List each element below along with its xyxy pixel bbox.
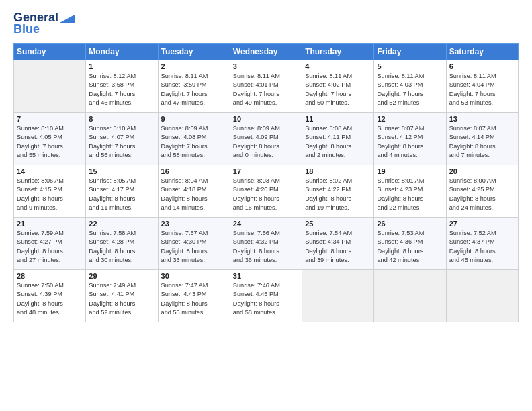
day-info: Sunrise: 8:00 AM Sunset: 4:25 PM Dayligh… [449, 177, 515, 212]
day-number: 30 [161, 272, 227, 280]
calendar-cell: 21Sunrise: 7:59 AM Sunset: 4:27 PM Dayli… [14, 218, 86, 270]
calendar-table: SundayMondayTuesdayWednesdayThursdayFrid… [13, 43, 519, 322]
day-info: Sunrise: 7:56 AM Sunset: 4:32 PM Dayligh… [233, 229, 299, 265]
weekday-header: Wednesday [230, 44, 302, 60]
day-info: Sunrise: 8:01 AM Sunset: 4:23 PM Dayligh… [377, 177, 443, 212]
day-number: 24 [233, 220, 299, 228]
day-number: 11 [305, 115, 371, 123]
day-number: 7 [17, 115, 83, 123]
day-number: 5 [377, 62, 443, 71]
calendar-cell: 3Sunrise: 8:11 AM Sunset: 4:01 PM Daylig… [230, 60, 302, 113]
day-info: Sunrise: 8:06 AM Sunset: 4:15 PM Dayligh… [17, 177, 83, 212]
weekday-header: Thursday [302, 44, 374, 60]
calendar-cell: 13Sunrise: 8:07 AM Sunset: 4:14 PM Dayli… [446, 113, 518, 165]
calendar-cell: 7Sunrise: 8:10 AM Sunset: 4:05 PM Daylig… [14, 113, 86, 165]
day-info: Sunrise: 8:03 AM Sunset: 4:20 PM Dayligh… [233, 177, 299, 212]
calendar-cell [374, 270, 446, 322]
day-number: 28 [17, 272, 83, 280]
day-info: Sunrise: 8:04 AM Sunset: 4:18 PM Dayligh… [161, 177, 227, 212]
calendar-cell: 28Sunrise: 7:50 AM Sunset: 4:39 PM Dayli… [14, 270, 86, 322]
day-number: 10 [233, 115, 299, 123]
calendar-cell: 16Sunrise: 8:04 AM Sunset: 4:18 PM Dayli… [158, 165, 230, 218]
day-number: 4 [305, 62, 371, 71]
day-number: 18 [305, 167, 371, 175]
logo-icon [60, 12, 75, 23]
calendar-body: 1Sunrise: 8:12 AM Sunset: 3:58 PM Daylig… [14, 60, 519, 322]
calendar-cell: 17Sunrise: 8:03 AM Sunset: 4:20 PM Dayli… [230, 165, 302, 218]
day-number: 20 [449, 167, 515, 175]
day-info: Sunrise: 8:10 AM Sunset: 4:05 PM Dayligh… [17, 124, 83, 160]
calendar-week-row: 1Sunrise: 8:12 AM Sunset: 3:58 PM Daylig… [14, 60, 519, 113]
day-info: Sunrise: 8:11 AM Sunset: 4:02 PM Dayligh… [305, 72, 371, 107]
day-number: 15 [89, 167, 154, 175]
calendar-cell: 18Sunrise: 8:02 AM Sunset: 4:22 PM Dayli… [302, 165, 374, 218]
calendar-cell [446, 270, 518, 322]
day-number: 9 [161, 115, 227, 123]
weekday-header: Saturday [446, 44, 518, 60]
calendar-cell: 29Sunrise: 7:49 AM Sunset: 4:41 PM Dayli… [86, 270, 158, 322]
day-info: Sunrise: 8:11 AM Sunset: 4:03 PM Dayligh… [377, 72, 443, 107]
calendar-cell: 4Sunrise: 8:11 AM Sunset: 4:02 PM Daylig… [302, 60, 374, 113]
day-number: 3 [233, 62, 299, 71]
day-number: 22 [89, 220, 154, 228]
calendar-cell: 2Sunrise: 8:11 AM Sunset: 3:59 PM Daylig… [158, 60, 230, 113]
calendar-week-row: 21Sunrise: 7:59 AM Sunset: 4:27 PM Dayli… [14, 218, 519, 270]
calendar-cell: 19Sunrise: 8:01 AM Sunset: 4:23 PM Dayli… [374, 165, 446, 218]
day-info: Sunrise: 7:49 AM Sunset: 4:41 PM Dayligh… [89, 281, 154, 317]
calendar-cell: 25Sunrise: 7:54 AM Sunset: 4:34 PM Dayli… [302, 218, 374, 270]
day-info: Sunrise: 8:07 AM Sunset: 4:12 PM Dayligh… [377, 124, 443, 160]
calendar-cell: 1Sunrise: 8:12 AM Sunset: 3:58 PM Daylig… [86, 60, 158, 113]
calendar-header-row: SundayMondayTuesdayWednesdayThursdayFrid… [14, 44, 519, 60]
svg-marker-0 [60, 15, 75, 23]
calendar-cell: 27Sunrise: 7:52 AM Sunset: 4:37 PM Dayli… [446, 218, 518, 270]
calendar-page: General Blue SundayMondayTuesdayWednesda… [0, 0, 532, 411]
calendar-cell: 31Sunrise: 7:46 AM Sunset: 4:45 PM Dayli… [230, 270, 302, 322]
logo-blue: Blue [13, 22, 40, 36]
calendar-week-row: 7Sunrise: 8:10 AM Sunset: 4:05 PM Daylig… [14, 113, 519, 165]
weekday-header: Friday [374, 44, 446, 60]
day-info: Sunrise: 8:09 AM Sunset: 4:08 PM Dayligh… [161, 124, 227, 160]
calendar-cell: 15Sunrise: 8:05 AM Sunset: 4:17 PM Dayli… [86, 165, 158, 218]
day-info: Sunrise: 7:54 AM Sunset: 4:34 PM Dayligh… [305, 229, 371, 265]
day-info: Sunrise: 7:47 AM Sunset: 4:43 PM Dayligh… [161, 281, 227, 317]
calendar-cell: 20Sunrise: 8:00 AM Sunset: 4:25 PM Dayli… [446, 165, 518, 218]
day-number: 8 [89, 115, 154, 123]
day-info: Sunrise: 8:08 AM Sunset: 4:11 PM Dayligh… [305, 124, 371, 160]
day-number: 23 [161, 220, 227, 228]
day-info: Sunrise: 8:05 AM Sunset: 4:17 PM Dayligh… [89, 177, 154, 212]
day-info: Sunrise: 7:57 AM Sunset: 4:30 PM Dayligh… [161, 229, 227, 265]
day-info: Sunrise: 8:12 AM Sunset: 3:58 PM Dayligh… [89, 72, 154, 107]
calendar-cell: 30Sunrise: 7:47 AM Sunset: 4:43 PM Dayli… [158, 270, 230, 322]
day-info: Sunrise: 7:58 AM Sunset: 4:28 PM Dayligh… [89, 229, 154, 265]
calendar-week-row: 14Sunrise: 8:06 AM Sunset: 4:15 PM Dayli… [14, 165, 519, 218]
day-number: 26 [377, 220, 443, 228]
day-number: 29 [89, 272, 154, 280]
day-number: 21 [17, 220, 83, 228]
day-info: Sunrise: 8:07 AM Sunset: 4:14 PM Dayligh… [449, 124, 515, 160]
header: General Blue [13, 11, 519, 36]
calendar-cell: 6Sunrise: 8:11 AM Sunset: 4:04 PM Daylig… [446, 60, 518, 113]
calendar-cell: 14Sunrise: 8:06 AM Sunset: 4:15 PM Dayli… [14, 165, 86, 218]
calendar-cell: 26Sunrise: 7:53 AM Sunset: 4:36 PM Dayli… [374, 218, 446, 270]
calendar-cell: 8Sunrise: 8:10 AM Sunset: 4:07 PM Daylig… [86, 113, 158, 165]
calendar-cell: 10Sunrise: 8:09 AM Sunset: 4:09 PM Dayli… [230, 113, 302, 165]
day-number: 13 [449, 115, 515, 123]
day-number: 27 [449, 220, 515, 228]
day-info: Sunrise: 8:11 AM Sunset: 4:04 PM Dayligh… [449, 72, 515, 107]
day-number: 6 [449, 62, 515, 71]
day-number: 14 [17, 167, 83, 175]
day-number: 2 [161, 62, 227, 71]
day-info: Sunrise: 7:50 AM Sunset: 4:39 PM Dayligh… [17, 281, 83, 317]
calendar-cell: 24Sunrise: 7:56 AM Sunset: 4:32 PM Dayli… [230, 218, 302, 270]
day-number: 17 [233, 167, 299, 175]
day-info: Sunrise: 8:09 AM Sunset: 4:09 PM Dayligh… [233, 124, 299, 160]
weekday-header: Tuesday [158, 44, 230, 60]
calendar-week-row: 28Sunrise: 7:50 AM Sunset: 4:39 PM Dayli… [14, 270, 519, 322]
calendar-cell [14, 60, 86, 113]
calendar-cell: 22Sunrise: 7:58 AM Sunset: 4:28 PM Dayli… [86, 218, 158, 270]
calendar-cell: 12Sunrise: 8:07 AM Sunset: 4:12 PM Dayli… [374, 113, 446, 165]
day-info: Sunrise: 8:11 AM Sunset: 3:59 PM Dayligh… [161, 72, 227, 107]
day-number: 25 [305, 220, 371, 228]
day-number: 19 [377, 167, 443, 175]
calendar-cell: 23Sunrise: 7:57 AM Sunset: 4:30 PM Dayli… [158, 218, 230, 270]
